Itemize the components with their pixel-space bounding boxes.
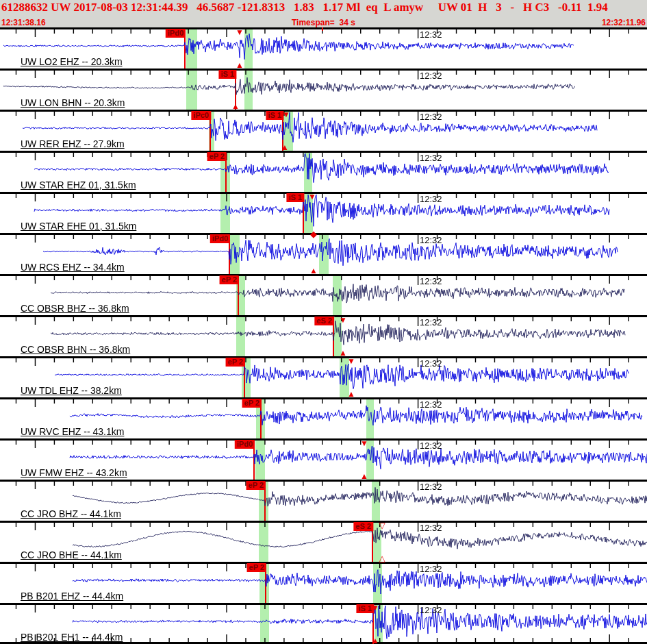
arrival-triangle-marker: ▲ [309,267,318,275]
arrival-triangle-marker: ▲ [281,143,289,151]
phase-pick-flag[interactable]: eP 2 [226,358,245,367]
arrival-triangle-marker: ▼ [360,439,368,447]
event-summary-line: 61288632 UW 2017-08-03 12:31:44.39 46.56… [1,1,608,14]
station-label: UW RER EHZ -- 27.9km [21,138,125,149]
minute-mark-label: 12:32 [420,29,442,40]
channel-row-uw-star-ehe: UW STAR EHE 01, 31.5km12:32iS 1▼◆ [0,192,647,233]
arrival-triangle-marker: ▲ [360,472,368,480]
phase-pick-flag[interactable]: iPd0 [166,29,186,38]
phase-pick-flag[interactable]: iPd0 [235,440,255,449]
phase-pick-flag[interactable]: iS 1 [266,111,283,120]
minute-mark-label: 12:32 [420,564,442,574]
station-label: UW TDL EHZ -- 38.2km [21,385,122,396]
minute-mark-label: 12:32 [420,441,442,451]
arrival-triangle-marker: △ [379,554,385,562]
channel-row-cc-obsr-bhz: CC OBSR BHZ -- 36.8km12:32eP 2 [0,274,647,315]
seismogram-review-window: 61288632 UW 2017-08-03 12:31:44.39 46.56… [0,0,647,644]
channel-row-pb-b201-ehz: PB B201 EHZ -- 44.4km12:32eP 2 [0,562,647,603]
arrival-triangle-marker: ▲ [339,349,347,357]
channel-row-uw-star-ehz: UW STAR EHZ 01, 31.5km12:32eP 2 [0,151,647,192]
channel-row-pb-b201-eh1: PB B201 EH1 -- 44.4km12:32iS 1▼▲ [0,603,647,644]
pick-tick-marker [322,27,323,31]
phase-pick-flag[interactable]: iS 1 [286,193,304,202]
minute-mark-label: 12:32 [420,276,442,286]
timespan-label: Timespan= 34 s [292,18,355,27]
minute-mark-label: 12:32 [420,235,442,245]
minute-mark-label: 12:32 [420,71,442,81]
phase-pick-flag[interactable]: eS 2 [353,522,373,531]
window-end-time: 12:32:11.96 [602,18,646,27]
channel-row-cc-jro-bhz: CC JRO BHZ -- 44.1km12:32eP 2 [0,480,647,521]
minute-mark-label: 12:32 [420,317,442,327]
station-label: PB B201 EH1 -- 44.4km [21,632,123,643]
station-label: UW FMW EHZ -- 43.2km [21,467,127,478]
phase-pick-flag[interactable]: eP 2 [220,275,239,284]
phase-pick-flag[interactable]: eP 2 [242,399,262,408]
phase-pick-flag[interactable]: iS 1 [218,70,236,79]
channel-row-uw-lo2-ehz: UW LO2 EHZ -- 20.3km12:32iPd0▼▲ [0,27,647,69]
arrival-triangle-marker: ▼ [282,110,290,119]
station-label: UW STAR EHE 01, 31.5km [21,221,136,232]
arrival-triangle-marker: ▼ [371,604,379,612]
minute-mark-label: 12:32 [420,112,442,122]
minute-mark-label: 12:32 [420,399,442,410]
minute-mark-label: 12:32 [420,153,442,163]
arrival-triangle-marker: ▼ [347,357,355,365]
station-label: CC OBSR BHZ -- 36.8km [21,303,129,314]
channel-row-cc-obsr-bhn: CC OBSR BHN -- 36.8km12:32eS 2▼▲ [0,315,647,356]
arrival-triangle-marker: ▼ [339,316,347,324]
phase-pick-flag[interactable]: iPc0 [191,111,211,120]
station-label: PB B201 EHZ -- 44.4km [21,591,123,602]
phase-pick-flag[interactable]: eP 2 [207,152,227,161]
station-label: CC JRO BHE -- 44.1km [21,549,122,560]
station-label: UW LO2 EHZ -- 20.3km [21,56,123,67]
station-label: UW RCS EHZ -- 34.4km [21,262,125,273]
channel-row-uw-rvc-ehz: UW RVC EHZ -- 43.1km12:32eP 2 [0,397,647,438]
arrival-triangle-marker: ▲ [371,636,379,644]
window-start-time: 12:31:38.16 [1,18,46,27]
phase-pick-flag[interactable]: eP 2 [246,481,266,490]
station-label: UW STAR EHZ 01, 31.5km [21,179,136,190]
arrival-triangle-marker: ◆ [310,230,317,238]
arrival-triangle-marker: ▲ [231,102,240,110]
arrival-triangle-marker: ▲ [236,61,244,69]
channel-row-uw-rer-ehz: UW RER EHZ -- 27.9km12:32iPc0iS 1▼▲ [0,110,647,151]
arrival-triangle-marker: ▼ [308,193,316,201]
arrival-triangle-marker: ▼ [236,28,244,36]
channel-row-cc-jro-bhe: CC JRO BHE -- 44.1km12:32eS 2▽△ [0,521,647,562]
channel-row-uw-tdl-ehz: UW TDL EHZ -- 38.2km12:32eP 2▼▲ [0,356,647,397]
minute-mark-label: 12:32 [420,605,442,615]
minute-mark-label: 12:32 [420,194,442,204]
event-header: 61288632 UW 2017-08-03 12:31:44.39 46.56… [0,0,647,27]
minute-mark-label: 12:32 [420,482,442,492]
minute-mark-label: 12:32 [420,358,442,369]
arrival-triangle-marker: ▲ [347,390,355,398]
arrival-triangle-marker: ▽ [379,521,385,530]
phase-pick-flag[interactable]: eP 2 [247,563,266,572]
station-label: UW LON BHN -- 20.3km [21,97,125,108]
channel-row-uw-rcs-ehz: UW RCS EHZ -- 34.4km12:32iPd0▲ [0,233,647,274]
phase-pick-flag[interactable]: eS 2 [314,317,334,325]
phase-pick-flag[interactable]: iPd0 [210,234,230,243]
minute-mark-label: 12:32 [420,523,442,533]
station-label: CC OBSR BHN -- 36.8km [21,344,130,355]
channel-row-uw-lon-bhn: UW LON BHN -- 20.3km12:32iS 1▲ [0,69,647,110]
channel-row-uw-fmw-ehz: UW FMW EHZ -- 43.2km12:32iPd0▼▲ [0,438,647,480]
station-label: UW RVC EHZ -- 43.1km [21,426,124,437]
station-label: CC JRO BHZ -- 44.1km [21,508,121,519]
